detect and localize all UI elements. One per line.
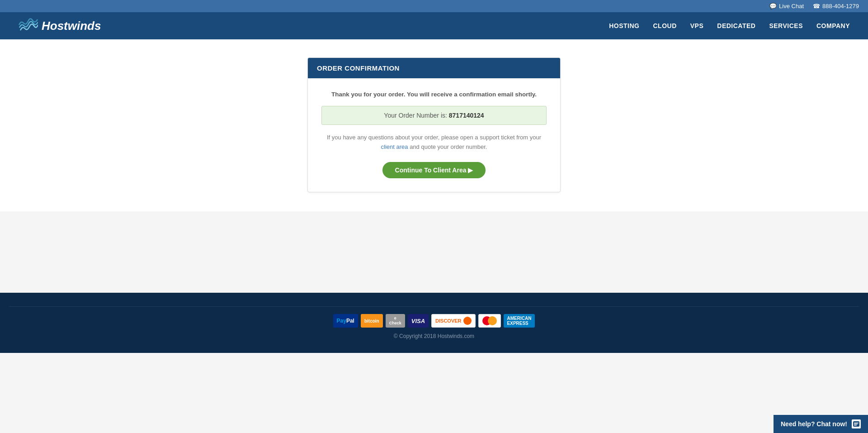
logo[interactable]: Hostwinds [18,18,101,34]
chat-widget-text: Need help? Chat now! [781,420,847,428]
page-spacer [0,211,868,293]
footer-divider [9,306,859,307]
header: Hostwinds HOSTING CLOUD VPS DEDICATED SE… [0,12,868,39]
footer-copyright: © Copyright 2018 Hostwinds.com [394,333,474,339]
order-confirmation-card: ORDER CONFIRMATION Thank you for your or… [307,57,561,192]
bitcoin-badge: bitcoin [361,314,383,328]
continue-to-client-area-button[interactable]: Continue To Client Area ▶ [382,162,486,178]
order-number-box: Your Order Number is: 8717140124 [321,106,547,125]
main-content: ORDER CONFIRMATION Thank you for your or… [0,39,868,211]
footer-bottom: Pay Pal bitcoin eCheck VISA DISCOVER [9,314,859,339]
visa-badge: VISA [408,314,429,328]
nav-services[interactable]: SERVICES [769,22,803,29]
chat-widget-icon [852,419,861,428]
mastercard-badge [478,314,501,328]
order-card-header: ORDER CONFIRMATION [308,58,560,78]
nav-hosting[interactable]: HOSTING [609,22,639,29]
discover-circle [463,317,472,325]
footer: Pay Pal bitcoin eCheck VISA DISCOVER [0,293,868,353]
check-badge: eCheck [386,314,405,328]
logo-waves-icon [18,18,38,34]
chat-widget[interactable]: Need help? Chat now! [774,415,868,433]
phone-number: 888-404-1279 [822,3,859,10]
nav-cloud[interactable]: CLOUD [653,22,676,29]
nav-dedicated[interactable]: DEDICATED [717,22,755,29]
payment-icons: Pay Pal bitcoin eCheck VISA DISCOVER [333,314,535,328]
main-nav: HOSTING CLOUD VPS DEDICATED SERVICES COM… [609,22,850,29]
nav-company[interactable]: COMPANY [816,22,850,29]
live-chat-link[interactable]: 💬 Live Chat [769,3,804,10]
paypal-badge: Pay Pal [333,314,358,328]
order-support-text: If you have any questions about your ord… [321,133,547,152]
phone-icon: ☎ [813,3,820,10]
logo-text: Hostwinds [42,19,101,33]
top-bar: 💬 Live Chat ☎ 888-404-1279 [0,0,868,12]
nav-vps[interactable]: VPS [690,22,704,29]
bitcoin-label: bitcoin [364,319,379,324]
discover-badge: DISCOVER [431,314,475,328]
order-title: ORDER CONFIRMATION [317,64,400,72]
phone-link[interactable]: ☎ 888-404-1279 [813,3,859,10]
order-number-label: Your Order Number is: [384,112,447,119]
amex-badge: AMERICANEXPRESS [504,314,535,328]
svg-rect-1 [854,423,859,423]
svg-rect-3 [854,425,857,426]
client-area-link[interactable]: client area [381,143,408,150]
svg-rect-2 [854,424,858,425]
mc-right-circle [488,316,497,325]
order-number-value: 8717140124 [449,112,484,119]
live-chat-label: Live Chat [779,3,804,10]
chat-icon: 💬 [769,3,777,10]
order-thank-you: Thank you for your order. You will recei… [321,91,547,98]
order-card-body: Thank you for your order. You will recei… [308,78,560,192]
